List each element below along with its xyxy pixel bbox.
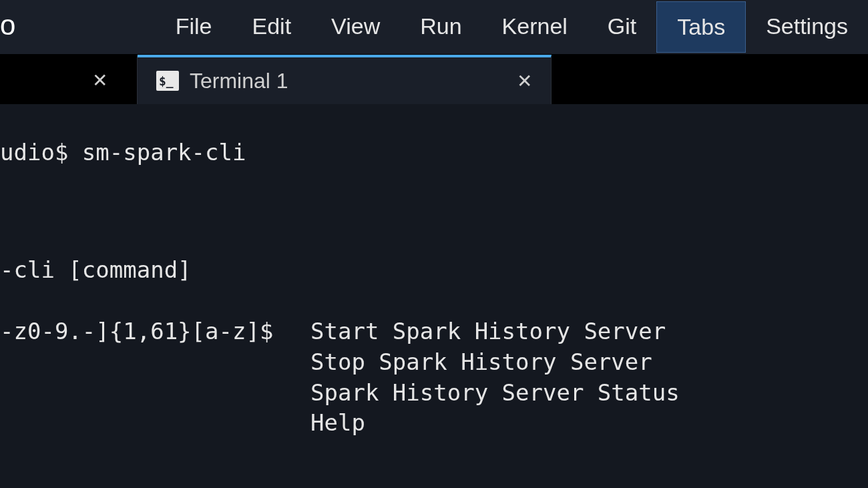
close-icon[interactable]: ✕ [92,69,107,91]
terminal-icon: $_ [156,71,179,91]
terminal-blank-left [0,408,310,439]
terminal-desc-start: Start Spark History Server [310,316,666,347]
menu-tabs[interactable]: Tabs [656,1,746,53]
terminal-desc-status: Spark History Server Status [310,378,680,409]
menu-items: File Edit View Run Kernel Git Tabs Setti… [156,1,868,53]
terminal-command-row: -z0-9.-]{1,61}[a-z]$ Start Spark History… [0,316,868,347]
logo-fragment: o [0,9,156,45]
terminal-command-row: Help [0,408,868,439]
terminal-desc-stop: Stop Spark History Server [310,347,652,378]
menu-view[interactable]: View [311,1,400,53]
terminal-regex-fragment: -z0-9.-]{1,61}[a-z]$ [0,316,310,347]
terminal-output[interactable]: udio$ sm-spark-cli -cli [command] -z0-9.… [0,104,868,488]
menu-git[interactable]: Git [588,1,656,53]
tab-terminal-1[interactable]: $_ Terminal 1 ✕ [138,55,552,104]
terminal-prompt-line: udio$ sm-spark-cli [0,138,868,168]
tab-previous[interactable]: ✕ [0,55,138,104]
terminal-desc-help: Help [310,408,365,439]
menu-file[interactable]: File [156,1,232,53]
menu-run[interactable]: Run [400,1,481,53]
terminal-command-row: Stop Spark History Server [0,347,868,378]
tab-title: Terminal 1 [190,69,288,93]
menu-kernel[interactable]: Kernel [482,1,588,53]
menu-settings[interactable]: Settings [746,1,868,53]
close-icon[interactable]: ✕ [517,70,532,92]
tabbar: ✕ $_ Terminal 1 ✕ [0,55,868,104]
menu-edit[interactable]: Edit [232,1,312,53]
menubar: o File Edit View Run Kernel Git Tabs Set… [0,0,868,55]
terminal-usage-line: -cli [command] [0,255,868,286]
terminal-blank-left [0,378,310,409]
terminal-blank-left [0,347,310,378]
terminal-command-row: Spark History Server Status [0,378,868,409]
